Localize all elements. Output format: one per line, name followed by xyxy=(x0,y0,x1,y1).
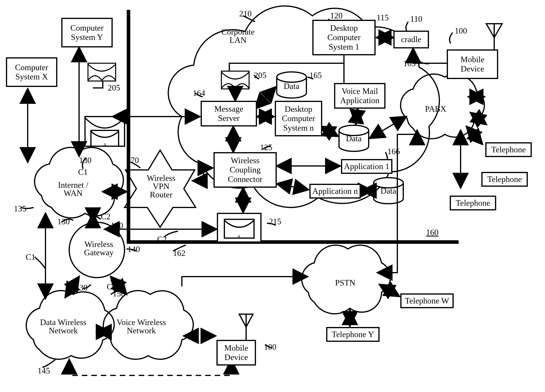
mobile-device-bottom-label: MobileDevice xyxy=(224,343,248,362)
ref-145: 145 xyxy=(37,367,50,375)
data-vm-label: Data xyxy=(346,134,362,143)
ref-170: 170 xyxy=(126,156,139,164)
env-a-lan: A xyxy=(233,85,236,90)
node-voice-mail: Voice MailApplication xyxy=(334,83,385,109)
data-wn-label: Data WirelessNetwork xyxy=(37,318,90,335)
ref-130c: 130 xyxy=(111,221,123,230)
ref-130d: 130 xyxy=(75,283,87,292)
svg-line-19 xyxy=(370,116,406,138)
ref-135: 135 xyxy=(14,204,26,213)
corporate-lan-label: CorporateLAN xyxy=(221,28,255,44)
voice-wn-label: Voice WirelessNetwork xyxy=(114,318,169,335)
svg-line-35 xyxy=(466,126,482,144)
ref-162: 162 xyxy=(173,249,186,257)
svg-point-0 xyxy=(277,72,306,82)
ref-100a: 100 xyxy=(455,27,467,35)
ref-215: 215 xyxy=(269,217,281,226)
node-desktop-cs1: DesktopComputerSystem 1 xyxy=(312,20,376,55)
node-computer-system-y: ComputerSystem Y xyxy=(61,18,113,47)
mobile-device-top-label: MobileDevice xyxy=(460,55,484,74)
svg-line-14 xyxy=(255,87,276,109)
node-telephone-w: Telephone W xyxy=(400,294,454,308)
conn-c1a: C1 xyxy=(78,168,88,176)
node-telephone-1: Telephone xyxy=(485,142,532,157)
ref-125: 125 xyxy=(260,143,272,152)
ref-105: 105 xyxy=(403,59,416,67)
ref-165: 165 xyxy=(309,71,322,80)
pabx-label: PABX xyxy=(425,105,446,113)
ref-164: 164 xyxy=(193,89,205,97)
ref-140: 140 xyxy=(128,245,140,253)
svg-line-20 xyxy=(320,126,338,136)
node-mobile-device-top: MobileDevice xyxy=(447,49,498,79)
ref-210: 210 xyxy=(239,9,252,18)
env-a-215: A xyxy=(237,234,241,239)
envelope-205-left xyxy=(88,63,116,81)
conn-c2b: C2 xyxy=(157,235,167,243)
telephone-1-label: Telephone xyxy=(491,145,526,154)
data-165-label: Data xyxy=(284,82,299,90)
telephone-2-label: Telephone xyxy=(487,175,522,184)
antenna-top xyxy=(486,24,502,49)
ref-160: 160 xyxy=(426,228,439,237)
ref-166: 166 xyxy=(387,147,400,155)
svg-line-34 xyxy=(471,113,486,124)
conn-c2c: C2 xyxy=(107,282,117,291)
appn-label: Application n xyxy=(312,187,358,196)
ref-205b: 205 xyxy=(254,71,266,80)
pstn-label: PSTN xyxy=(335,279,355,287)
node-message-server: MessageServer xyxy=(201,101,257,126)
node-wcc: WirelessCouplingConnector xyxy=(213,152,277,188)
computer-system-x-label: ComputerSystem X xyxy=(15,63,48,81)
diagram-stage: ComputerSystem X ComputerSystem Y Corpor… xyxy=(0,0,545,392)
node-desktop-csn: DesktopComputerSystem n xyxy=(275,101,322,136)
antenna-bottom xyxy=(239,314,253,340)
desktop-csn-label: DesktopComputerSystem n xyxy=(282,104,315,132)
voice-mail-label: Voice MailApplication xyxy=(340,86,379,105)
conn-c2a: C2 xyxy=(101,212,111,221)
ref-110: 110 xyxy=(410,15,422,23)
node-mobile-device-bottom: MobileDevice xyxy=(217,340,256,366)
node-telephone-3: Telephone xyxy=(450,196,496,210)
node-cradle: cradle xyxy=(393,31,429,49)
ref-120: 120 xyxy=(330,12,343,20)
svg-rect-3 xyxy=(88,63,116,81)
telephone-y-label: Telephone Y xyxy=(332,330,374,339)
node-telephone-2: Telephone xyxy=(481,172,528,187)
computer-system-y-label: ComputerSystem Y xyxy=(70,23,104,42)
svg-line-18 xyxy=(356,109,358,124)
ref-205a: 205 xyxy=(108,84,120,92)
svg-line-22 xyxy=(277,184,308,190)
desktop-cs1-label: DesktopComputerSystem 1 xyxy=(327,24,360,51)
wcc-label: WirelessCouplingConnector xyxy=(228,156,262,184)
svg-line-31 xyxy=(379,285,399,296)
node-appn: Application n xyxy=(309,184,361,199)
ref-130b: 130 xyxy=(57,217,70,226)
ref-130a: 130 xyxy=(79,156,92,164)
telephone-w-label: Telephone W xyxy=(405,296,449,306)
app1-label: Application 1 xyxy=(344,162,390,171)
env-a-big: A xyxy=(103,142,106,147)
ref-100b: 100 xyxy=(264,343,276,351)
telephone-3-label: Telephone xyxy=(456,198,490,208)
node-telephone-y: Telephone Y xyxy=(326,327,379,342)
node-computer-system-x: ComputerSystem X xyxy=(6,57,57,87)
internet-wan-label: Internet /WAN xyxy=(52,181,94,197)
envelope-big xyxy=(85,116,124,146)
wireless-gateway-label: WirelessGateway xyxy=(81,240,117,257)
conn-c1b: C1 xyxy=(26,253,35,261)
ref-115: 115 xyxy=(377,13,389,22)
wireless-vpn-label: WirelessVPNRouter xyxy=(146,174,176,199)
node-app1: Application 1 xyxy=(341,159,392,174)
data-appn-label: Data xyxy=(381,187,396,195)
message-server-label: MessageServer xyxy=(214,104,243,123)
cradle-label: cradle xyxy=(401,35,421,44)
